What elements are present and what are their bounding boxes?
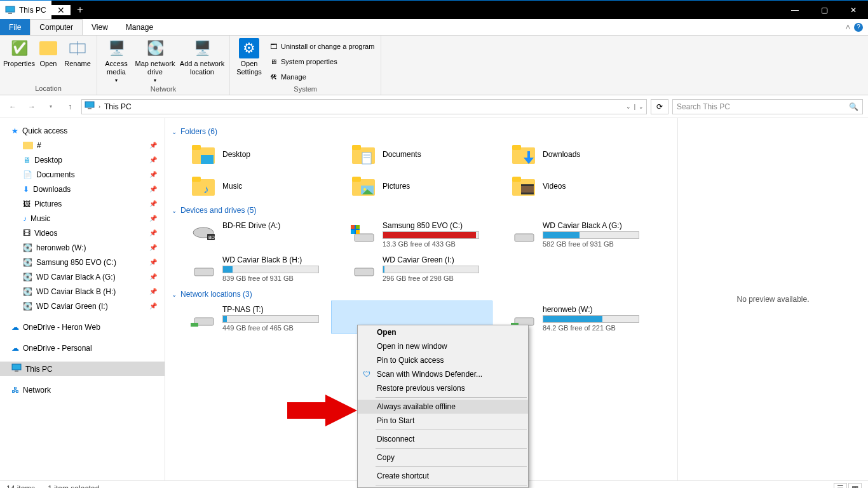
sidebar-item-samsung[interactable]: 💽Samsung 850 EVO (C:)📌 [0,255,165,269]
folder-icon [511,142,536,167]
ribbon-tab-file[interactable]: File [0,19,30,35]
section-folders-header[interactable]: ⌄Folders (6) [172,127,671,136]
folder-documents[interactable]: Documents [332,139,492,170]
sidebar-onedrive-personal[interactable]: ☁OneDrive - Personal [0,341,165,355]
downloads-icon: ⬇ [23,185,29,194]
access-media-button[interactable]: 🖥️Access media▾ [101,37,132,84]
sidebar-item-pictures[interactable]: 🖼Pictures📌 [0,196,165,211]
ribbon-tab-manage[interactable]: Manage [117,19,162,35]
help-icon[interactable]: ? [854,23,863,32]
sidebar-quick-access[interactable]: ★Quick access [0,123,165,138]
window-tab-active[interactable]: This PC [0,1,51,20]
ctx-pin-quick-access[interactable]: Pin to Quick access [358,353,528,367]
folder-music[interactable]: ♪Music [172,170,332,202]
large-icons-view-icon[interactable]: ▦ [848,483,862,489]
close-button[interactable]: ✕ [839,1,868,20]
uninstall-program-button[interactable]: 🗔Uninstall or change a program [266,39,377,53]
ctx-always-available-offline[interactable]: Always available offline [358,400,528,414]
this-pc-icon [11,363,22,375]
minimize-button[interactable]: ― [780,1,810,20]
sidebar-item-hash[interactable]: #📌 [0,138,165,152]
videos-icon: 🎞 [23,229,31,238]
svg-rect-39 [515,234,534,241]
section-network-header[interactable]: ⌄Network locations (3) [172,290,671,299]
ctx-open[interactable]: Open [358,325,528,339]
sidebar-onedrive-heron[interactable]: ☁OneDrive - Heron Web [0,320,165,334]
ribbon-group-network-label: Network [101,84,226,94]
drive-wd-a[interactable]: WD Caviar Black A (G:)582 GB free of 931… [492,217,652,252]
ctx-copy[interactable]: Copy [358,451,528,464]
sidebar-item-heronweb[interactable]: 💽heronweb (W:)📌 [0,240,165,255]
open-settings-button[interactable]: ⚙Open Settings [234,37,264,76]
ctx-create-shortcut[interactable]: Create shortcut [358,469,528,483]
ribbon-group-location-label: Location [4,83,93,93]
preview-pane: No preview available. [677,118,868,480]
sidebar-item-wd-green[interactable]: 💽WD Caviar Green (I:)📌 [0,299,165,313]
system-properties-button[interactable]: 🖥System properties [266,55,377,69]
drive-wd-green[interactable]: WD Caviar Green (I:)296 GB free of 298 G… [332,252,492,286]
ribbon-tab-view[interactable]: View [83,19,117,35]
sidebar-item-music[interactable]: ♪Music📌 [0,211,165,226]
drive-wd-b[interactable]: WD Caviar Black B (H:)839 GB free of 931… [172,252,332,286]
search-input[interactable]: Search This PC 🔍 [672,99,863,114]
folder-icon [23,142,33,149]
rename-button[interactable]: Rename [62,37,93,68]
open-button[interactable]: Open [36,37,61,68]
drive-samsung-c[interactable]: Samsung 850 EVO (C:)13.3 GB free of 433 … [332,217,492,252]
onedrive-icon: ☁ [11,323,19,332]
sidebar-this-pc[interactable]: This PC [0,362,165,376]
ctx-pin-to-start[interactable]: Pin to Start [358,414,528,428]
svg-rect-29 [521,193,534,194]
refresh-button[interactable]: ⟳ [651,99,668,114]
maximize-button[interactable]: ▢ [810,1,839,20]
drive-bd-re[interactable]: BD BD-RE Drive (A:) [172,217,332,252]
ctx-disconnect[interactable]: Disconnect [358,432,528,446]
documents-icon: 📄 [23,170,32,179]
ctx-separator [376,397,527,398]
address-bar-dropdown-icon[interactable]: ⌄ | ⌄ [626,104,644,110]
ribbon-collapse-icon[interactable]: ᐱ [846,24,850,30]
pin-icon: 📌 [149,302,157,309]
address-bar[interactable]: › This PC ⌄ | ⌄ [81,99,647,114]
hard-drive-icon [191,255,216,278]
new-tab-button[interactable]: ＋ [71,3,90,17]
svg-rect-37 [351,230,355,234]
nav-recent-dropdown[interactable]: ▾ [43,99,58,114]
tab-close-button[interactable]: ✕ [51,5,71,15]
search-icon: 🔍 [849,102,858,111]
ctx-open-new-window[interactable]: Open in new window [358,339,528,353]
folder-downloads[interactable]: Downloads [492,139,652,170]
details-view-icon[interactable]: ☰ [834,483,847,489]
svg-rect-43 [191,323,198,327]
sidebar-item-desktop[interactable]: 🖥Desktop📌 [0,152,165,167]
pin-icon: 📌 [149,229,157,236]
pin-icon: 📌 [149,259,157,266]
sidebar-item-wd-b[interactable]: 💽WD Caviar Black B (H:)📌 [0,284,165,299]
sidebar-item-wd-a[interactable]: 💽WD Caviar Black A (G:)📌 [0,269,165,284]
pin-icon: 📌 [149,288,157,295]
map-network-drive-button[interactable]: 💽Map network drive▾ [133,37,177,84]
network-drive-tpnas[interactable]: TP-NAS (T:)449 GB free of 465 GB [172,301,332,336]
sidebar-item-documents[interactable]: 📄Documents📌 [0,167,165,182]
ctx-restore-versions[interactable]: Restore previous versions [358,381,528,395]
svg-rect-22 [352,177,361,182]
add-network-location-button[interactable]: 🖥️Add a network location [179,37,226,76]
nav-back-button[interactable]: ← [5,99,20,114]
nav-up-button[interactable]: ↑ [62,99,78,114]
section-drives-header[interactable]: ⌄Devices and drives (5) [172,206,671,215]
properties-icon: ✅ [9,38,29,58]
folder-pictures[interactable]: Pictures [332,170,492,202]
ribbon-tab-computer[interactable]: Computer [30,19,83,35]
folder-videos[interactable]: Videos [492,170,652,202]
properties-button[interactable]: ✅Properties [4,37,34,68]
manage-button[interactable]: 🛠Manage [266,70,377,84]
ctx-scan-defender[interactable]: 🛡Scan with Windows Defender... [358,367,528,381]
nav-forward-button[interactable]: → [24,99,39,114]
svg-rect-33 [355,234,374,241]
folder-desktop[interactable]: Desktop [172,139,332,170]
svg-rect-6 [12,364,21,370]
sidebar-item-videos[interactable]: 🎞Videos📌 [0,226,165,240]
sidebar-item-downloads[interactable]: ⬇Downloads📌 [0,182,165,196]
drive-icon: 💽 [23,273,32,281]
sidebar-network[interactable]: 🖧Network [0,383,165,397]
